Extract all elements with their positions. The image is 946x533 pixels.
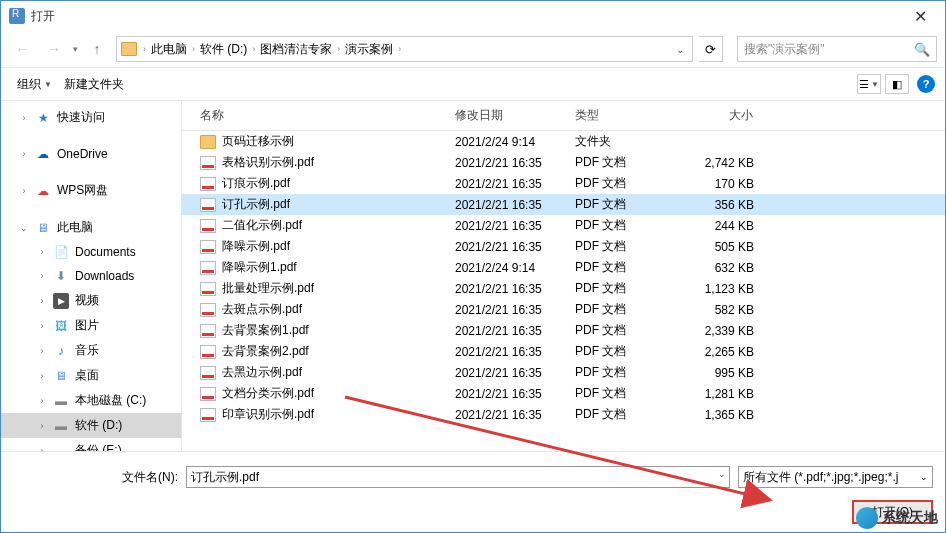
nav-forward[interactable]: → — [41, 36, 67, 62]
col-type[interactable]: 类型 — [567, 101, 677, 130]
pdf-icon — [200, 198, 216, 212]
file-row[interactable]: 降噪示例.pdf2021/2/21 16:35PDF 文档505 KB — [182, 236, 945, 257]
sidebar-disk-d[interactable]: ›▬软件 (D:) — [1, 413, 181, 438]
sidebar-disk-e[interactable]: ›▬备份 (E:) — [1, 438, 181, 451]
crumb-1[interactable]: 软件 (D:) — [197, 41, 250, 58]
filename-dropdown[interactable]: ⌄ — [718, 469, 726, 479]
file-row[interactable]: 去黑边示例.pdf2021/2/21 16:35PDF 文档995 KB — [182, 362, 945, 383]
file-row[interactable]: 订痕示例.pdf2021/2/21 16:35PDF 文档170 KB — [182, 173, 945, 194]
file-row[interactable]: 降噪示例1.pdf2021/2/24 9:14PDF 文档632 KB — [182, 257, 945, 278]
sidebar-downloads[interactable]: ›⬇Downloads — [1, 264, 181, 288]
window-title: 打开 — [31, 8, 55, 25]
file-row[interactable]: 去背景案例1.pdf2021/2/21 16:35PDF 文档2,339 KB — [182, 320, 945, 341]
file-row[interactable]: 订孔示例.pdf2021/2/21 16:35PDF 文档356 KB — [182, 194, 945, 215]
new-folder-button[interactable]: 新建文件夹 — [58, 72, 130, 97]
sidebar: ›★快速访问 ›☁OneDrive ›☁WPS网盘 ⌄🖥此电脑 ›📄Docume… — [1, 101, 181, 451]
search-placeholder: 搜索"演示案例" — [744, 41, 825, 58]
view-details-icon[interactable]: ☰▼ — [857, 74, 881, 94]
sidebar-documents[interactable]: ›📄Documents — [1, 240, 181, 264]
address-dropdown[interactable]: ⌄ — [672, 44, 688, 55]
sidebar-onedrive[interactable]: ›☁OneDrive — [1, 142, 181, 166]
globe-icon — [856, 507, 878, 529]
file-row[interactable]: 批量处理示例.pdf2021/2/21 16:35PDF 文档1,123 KB — [182, 278, 945, 299]
pdf-icon — [200, 177, 216, 191]
organize-menu[interactable]: 组织▼ — [11, 72, 58, 97]
file-row[interactable]: 文档分类示例.pdf2021/2/21 16:35PDF 文档1,281 KB — [182, 383, 945, 404]
pdf-icon — [200, 261, 216, 275]
pdf-icon — [200, 219, 216, 233]
crumb-2[interactable]: 图档清洁专家 — [257, 41, 335, 58]
nav-history-dropdown[interactable]: ▾ — [73, 44, 78, 54]
sidebar-videos[interactable]: ›▶视频 — [1, 288, 181, 313]
file-row[interactable]: 去斑点示例.pdf2021/2/21 16:35PDF 文档582 KB — [182, 299, 945, 320]
sidebar-wps[interactable]: ›☁WPS网盘 — [1, 178, 181, 203]
app-icon — [9, 8, 25, 24]
nav-row: ← → ▾ ↑ › 此电脑› 软件 (D:)› 图档清洁专家› 演示案例› ⌄ … — [1, 31, 945, 67]
file-list: 名称 修改日期 类型 大小 页码迁移示例2021/2/24 9:14文件夹表格识… — [181, 101, 945, 451]
search-icon: 🔍 — [914, 42, 930, 57]
file-row[interactable]: 页码迁移示例2021/2/24 9:14文件夹 — [182, 131, 945, 152]
folder-icon — [200, 135, 216, 149]
view-preview-icon[interactable]: ◧ — [885, 74, 909, 94]
sidebar-desktop[interactable]: ›🖥桌面 — [1, 363, 181, 388]
sidebar-music[interactable]: ›♪音乐 — [1, 338, 181, 363]
file-filter-dropdown[interactable]: 所有文件 (*.pdf;*.jpg;*.jpeg;*.j⌄ — [738, 466, 933, 488]
pdf-icon — [200, 345, 216, 359]
folder-icon — [121, 42, 137, 56]
file-row[interactable]: 去背景案例2.pdf2021/2/21 16:35PDF 文档2,265 KB — [182, 341, 945, 362]
pdf-icon — [200, 282, 216, 296]
col-name[interactable]: 名称 — [182, 101, 447, 130]
nav-up[interactable]: ↑ — [84, 36, 110, 62]
file-row[interactable]: 印章识别示例.pdf2021/2/21 16:35PDF 文档1,365 KB — [182, 404, 945, 425]
col-date[interactable]: 修改日期 — [447, 101, 567, 130]
close-button[interactable]: ✕ — [904, 3, 937, 30]
pdf-icon — [200, 156, 216, 170]
pdf-icon — [200, 387, 216, 401]
pdf-icon — [200, 303, 216, 317]
sidebar-disk-c[interactable]: ›▬本地磁盘 (C:) — [1, 388, 181, 413]
pdf-icon — [200, 408, 216, 422]
pdf-icon — [200, 324, 216, 338]
address-bar[interactable]: › 此电脑› 软件 (D:)› 图档清洁专家› 演示案例› ⌄ — [116, 36, 693, 62]
watermark: 系统天地 — [856, 507, 938, 529]
pdf-icon — [200, 366, 216, 380]
pdf-icon — [200, 240, 216, 254]
sidebar-pictures[interactable]: ›🖼图片 — [1, 313, 181, 338]
file-row[interactable]: 表格识别示例.pdf2021/2/21 16:35PDF 文档2,742 KB — [182, 152, 945, 173]
search-input[interactable]: 搜索"演示案例" 🔍 — [737, 36, 937, 62]
nav-back[interactable]: ← — [9, 36, 35, 62]
sidebar-thispc[interactable]: ⌄🖥此电脑 — [1, 215, 181, 240]
filename-label: 文件名(N): — [13, 469, 178, 486]
crumb-0[interactable]: 此电脑 — [148, 41, 190, 58]
file-row[interactable]: 二值化示例.pdf2021/2/21 16:35PDF 文档244 KB — [182, 215, 945, 236]
refresh-button[interactable]: ⟳ — [699, 36, 723, 62]
toolbar: 组织▼ 新建文件夹 ☰▼ ◧ ? — [1, 67, 945, 101]
titlebar: 打开 ✕ — [1, 1, 945, 31]
bottom-panel: 文件名(N): ⌄ 所有文件 (*.pdf;*.jpg;*.jpeg;*.j⌄ … — [1, 451, 945, 532]
column-headers: 名称 修改日期 类型 大小 — [182, 101, 945, 131]
sidebar-quick-access[interactable]: ›★快速访问 — [1, 105, 181, 130]
crumb-3[interactable]: 演示案例 — [342, 41, 396, 58]
filename-input[interactable] — [186, 466, 730, 488]
help-icon[interactable]: ? — [917, 75, 935, 93]
col-size[interactable]: 大小 — [677, 101, 772, 130]
